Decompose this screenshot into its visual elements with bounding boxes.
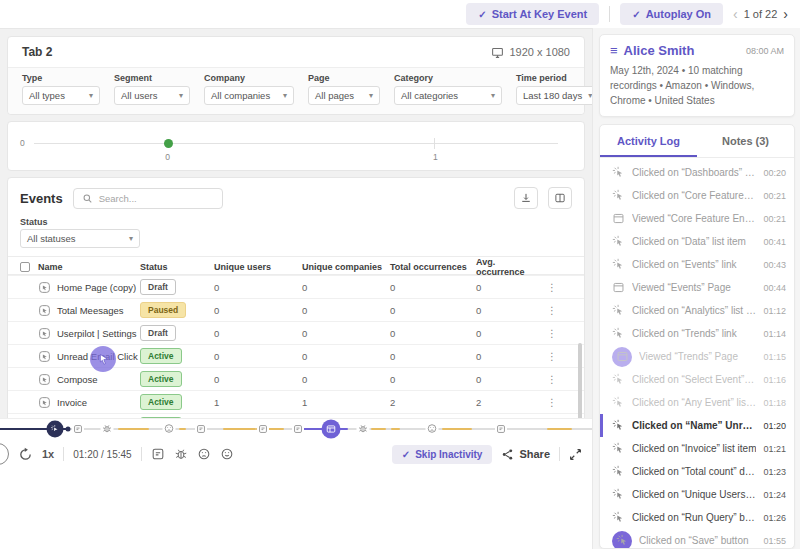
autoplay-button[interactable]: ✓ Autoplay On (620, 3, 723, 25)
status-filter-value: All statuses (27, 233, 76, 244)
timeline-marker-note[interactable] (292, 420, 304, 438)
activity-log-item[interactable]: Clicked on “Analytics” list item 01:12 (600, 299, 794, 322)
table-row[interactable]: Total Meesages Paused 0000 ⋮ (8, 298, 584, 321)
add-note-button[interactable] (151, 447, 165, 461)
table-row[interactable]: Compose Active 0000 ⋮ (8, 367, 584, 390)
table-row[interactable]: Userpilot | Settings Draft 0000 ⋮ (8, 321, 584, 344)
activity-timestamp: 01:20 (763, 421, 786, 431)
timeline-marker-dot[interactable] (66, 427, 71, 432)
activity-log-item[interactable]: Clicked on “Run Query” button 01:26 (600, 506, 794, 529)
activity-log-item[interactable]: Clicked on “Events” link 00:43 (600, 253, 794, 276)
click-icon (612, 511, 625, 524)
start-at-key-event-button[interactable]: ✓ Start At Key Event (466, 3, 599, 25)
eventptr-icon (38, 350, 51, 363)
filter-select[interactable]: Last 180 days▾ (516, 86, 592, 105)
activity-log-item[interactable]: Clicked on “Unique Users” list item 01:2… (600, 483, 794, 506)
metric-value: 1 (302, 397, 390, 408)
timeline-marker-bug[interactable] (357, 420, 370, 438)
metric-value: 0 (302, 351, 390, 362)
row-menu-button[interactable]: ⋮ (540, 374, 564, 385)
activity-log-item[interactable]: Viewed “Core Feature Engagment” 00:21 (600, 207, 794, 230)
activity-log-item[interactable]: Clicked on “Data” list item 00:41 (600, 230, 794, 253)
menu-icon[interactable]: ≡ (610, 43, 618, 58)
filter-select[interactable]: All types▾ (22, 86, 100, 105)
row-menu-button[interactable]: ⋮ (540, 328, 564, 339)
activity-log-item[interactable]: Clicked on “Core Feature Engagem... 00:2… (600, 184, 794, 207)
check-icon: ✓ (402, 449, 410, 460)
select-all-checkbox[interactable] (20, 262, 30, 272)
column-header: Avg. occurrence (476, 257, 540, 277)
filter-select[interactable]: All companies▾ (204, 86, 294, 105)
activity-log-item[interactable]: Clicked on “Trends” link 01:14 (600, 322, 794, 345)
tab-activity-log[interactable]: Activity Log (600, 125, 697, 157)
share-icon (501, 448, 514, 461)
timeline-activity-segment (442, 428, 472, 431)
columns-button[interactable] (548, 187, 572, 209)
timeline-marker-highlight[interactable] (321, 420, 340, 439)
row-menu-button[interactable]: ⋮ (540, 351, 564, 362)
replay-skip-icon[interactable] (18, 447, 33, 462)
events-title: Events (20, 191, 63, 206)
speed-control[interactable]: 1x (42, 448, 54, 460)
table-row[interactable]: Unread Email Click Active 0000 ⋮ (8, 344, 584, 367)
activity-log-item[interactable]: Clicked on “Invoice” list item 01:21 (600, 437, 794, 460)
timeline-marker-note[interactable] (495, 420, 507, 438)
row-menu-button[interactable]: ⋮ (540, 305, 564, 316)
activity-log-item[interactable]: Clicked on “Total count” dropdown 01:23 (600, 460, 794, 483)
timeline-marker-current[interactable] (47, 421, 64, 438)
timeline-marker-note[interactable] (195, 420, 207, 438)
activity-panel: Activity Log Notes (3) Clicked on “Dashb… (599, 124, 795, 549)
activity-log-item[interactable]: Clicked on “Name” Unread Email C... 01:2… (600, 414, 794, 437)
share-button[interactable]: Share (501, 448, 550, 461)
filter-select[interactable]: All users▾ (114, 86, 190, 105)
filter-select[interactable]: All categories▾ (394, 86, 502, 105)
user-name[interactable]: Alice Smith (624, 43, 740, 58)
click-icon (612, 465, 625, 478)
table-header-row: NameStatusUnique usersUnique companiesTo… (8, 256, 584, 275)
prev-recording-button[interactable]: ‹ (733, 7, 738, 21)
tab-notes[interactable]: Notes (3) (697, 125, 794, 157)
activity-timestamp: 01:14 (763, 329, 786, 339)
divider (559, 447, 560, 461)
events-scrollbar[interactable] (578, 343, 582, 418)
activity-text: Clicked on “Save” button (639, 535, 756, 546)
activity-log-item[interactable]: Viewed “Trends” Page 01:15 (600, 345, 794, 368)
row-menu-button[interactable]: ⋮ (540, 282, 564, 293)
activity-log-item[interactable]: Clicked on “Any Event” list item 01:18 (600, 391, 794, 414)
smile-reaction-button[interactable] (220, 447, 234, 461)
skip-inactivity-label: Skip Inactivity (415, 449, 482, 460)
timeline-marker-frown[interactable] (162, 420, 175, 438)
skip-inactivity-button[interactable]: ✓ Skip Inactivity (392, 445, 493, 464)
activity-text: Viewed “Trends” Page (639, 351, 756, 362)
fullscreen-button[interactable] (569, 448, 582, 461)
filter-select[interactable]: All pages▾ (308, 86, 380, 105)
autoplay-label: Autoplay On (646, 8, 711, 20)
report-bug-button[interactable] (174, 447, 188, 461)
status-badge: Active (140, 371, 182, 387)
replayed-chart: 0 0 1 (7, 121, 585, 171)
timeline-marker-note[interactable] (257, 420, 269, 438)
status-filter-select[interactable]: All statuses ▾ (20, 229, 140, 248)
table-row[interactable]: Invoice Active 1122 ⋮ (8, 390, 584, 413)
timeline-marker-frown[interactable] (425, 420, 438, 438)
timeline-marker-bug[interactable] (101, 420, 114, 438)
row-menu-button[interactable]: ⋮ (540, 397, 564, 408)
timeline-marker-note[interactable] (72, 420, 84, 438)
frown-reaction-button[interactable] (197, 447, 211, 461)
activity-timestamp: 00:21 (763, 191, 786, 201)
activity-log-item[interactable]: Clicked on “Select Event” dropdown 01:16 (600, 368, 794, 391)
download-button[interactable] (514, 187, 538, 209)
activity-log-item[interactable]: Viewed “Events” Page 00:44 (600, 276, 794, 299)
metric-value: 0 (390, 351, 476, 362)
activity-log-item[interactable]: Clicked on “Dashboards” list item 00:20 (600, 161, 794, 184)
player-timeline[interactable] (0, 419, 592, 439)
play-button[interactable] (0, 443, 9, 465)
table-row[interactable]: Home Page (copy) Draft 0000 ⋮ (8, 275, 584, 298)
event-name-cell: Userpilot | Settings (38, 327, 140, 340)
search-icon (82, 193, 93, 204)
next-recording-button[interactable]: › (783, 7, 788, 21)
events-search-input[interactable]: Search... (73, 188, 223, 209)
check-icon: ✓ (632, 9, 640, 20)
table-row[interactable]: Userpilot Knowledge ... Active 0000 ⋮ (8, 413, 584, 418)
activity-log-item[interactable]: Clicked on “Save” button 01:55 (600, 529, 794, 548)
